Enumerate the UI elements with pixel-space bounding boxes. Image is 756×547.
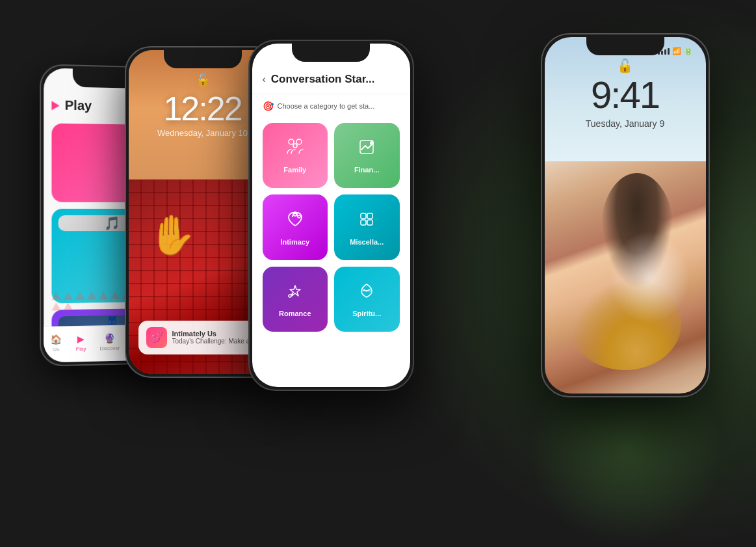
cat-finance-label: Finan... [354, 166, 380, 174]
emoji-decoration: 🎯 [263, 101, 274, 111]
cat-spiritual[interactable]: Spiritu... [334, 267, 400, 332]
svg-point-0 [289, 139, 294, 144]
cat-spiritual-label: Spiritu... [352, 310, 381, 317]
nav-us-label: Us [53, 346, 59, 352]
romance-icon [285, 280, 306, 306]
nav-us-icon: 🏠 [50, 333, 62, 345]
notch-4 [586, 37, 664, 55]
notif-icon-2: 💕 [146, 327, 167, 348]
cat-family[interactable]: Family [263, 123, 328, 189]
svg-point-6 [298, 215, 300, 218]
svg-rect-10 [367, 220, 372, 225]
conv-title: Conversation Star... [271, 73, 375, 86]
cat-misc-label: Miscella... [350, 238, 384, 246]
back-arrow[interactable]: ‹ [263, 73, 266, 85]
notif-card-2: 💕 Intimately Us Today's Challenge: Make … [138, 321, 267, 354]
cat-finance[interactable]: Finan... [334, 123, 400, 189]
notch-3 [292, 44, 370, 62]
cat-family-label: Family [283, 166, 306, 174]
svg-point-4 [370, 141, 374, 145]
intimacy-icon [285, 209, 306, 234]
status-icons-4: 📶 🔋 [658, 47, 693, 55]
nav-discover-icon: 🔮 [103, 332, 115, 343]
phone-4: 📶 🔋 🔓 9:41 Tuesday, January 9 💕 [541, 33, 710, 397]
conv-subtitle: 🎯 Choose a category to get sta... [252, 94, 410, 118]
nav-discover-label: Discover [99, 345, 120, 351]
cat-intimacy[interactable]: Intimacy [263, 194, 328, 260]
cat-misc[interactable]: Miscella... [334, 194, 400, 260]
cat-intimacy-label: Intimacy [280, 238, 309, 246]
family-icon [285, 137, 306, 162]
conv-subtitle-text: Choose a category to get sta... [278, 102, 375, 110]
svg-point-11 [289, 295, 291, 297]
nav-play-icon: ▶ [75, 332, 86, 344]
svg-rect-8 [367, 213, 372, 219]
svg-point-1 [296, 139, 302, 144]
svg-point-2 [293, 144, 297, 148]
play-title: Play [64, 98, 91, 113]
notch-2 [164, 50, 242, 68]
lock-date-4: Tuesday, January 9 [545, 118, 706, 129]
nav-us[interactable]: 🏠 Us [50, 333, 62, 353]
finance-icon [356, 137, 377, 162]
lock-time-4: 9:41 [545, 73, 706, 116]
nav-play[interactable]: ▶ Play [75, 332, 86, 352]
misc-icon [356, 209, 377, 234]
lock-icon-2: 🔓 [196, 73, 210, 87]
cat-romance[interactable]: Romance [263, 267, 328, 332]
lock-icon-4: 🔓 [617, 58, 633, 73]
nav-discover[interactable]: 🔮 Discover [99, 332, 120, 351]
svg-rect-7 [361, 213, 366, 219]
nav-play-label: Play [75, 345, 86, 351]
play-icon [51, 100, 59, 109]
spiritual-icon [356, 280, 377, 306]
phones-container: Play 🔥 Intimately Us Game Take turns fol… [21, 14, 736, 534]
cat-romance-label: Romance [279, 310, 311, 317]
category-grid: Family Finan... [252, 118, 410, 343]
phone-3: ‹ Conversation Star... 🎯 Choose a catego… [248, 40, 414, 391]
svg-rect-9 [361, 220, 366, 225]
